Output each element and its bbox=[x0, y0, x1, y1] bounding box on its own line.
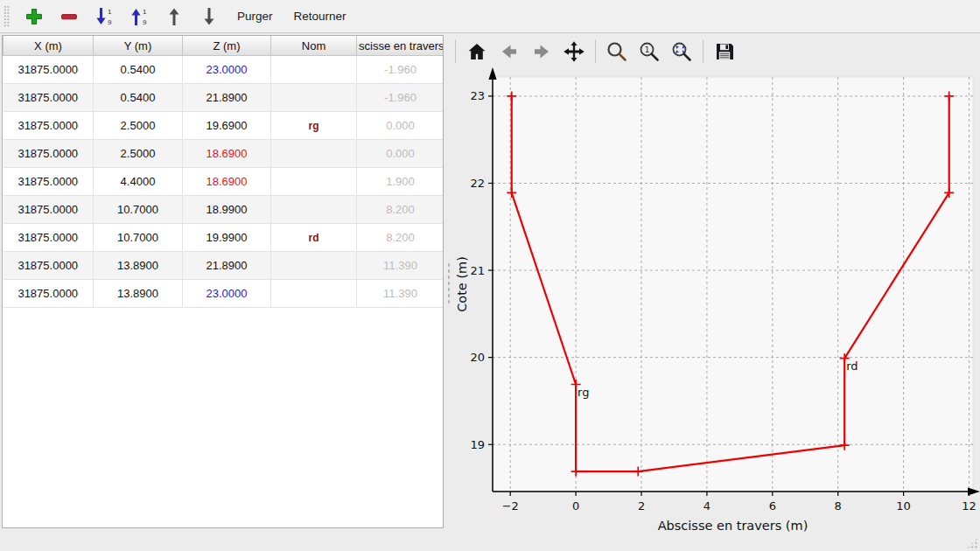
back-button[interactable] bbox=[498, 40, 521, 63]
flip-button[interactable]: Retourner bbox=[289, 5, 352, 27]
cell-abscisse: 0.000 bbox=[357, 140, 444, 168]
cell-abscisse: 8.200 bbox=[357, 224, 444, 252]
main-toolbar: 1 9 1 9 Purger Retourner bbox=[0, 0, 980, 33]
table-row: 31875.000010.700018.99008.200 bbox=[4, 196, 444, 224]
pan-button[interactable] bbox=[563, 40, 585, 63]
save-button[interactable] bbox=[713, 40, 736, 63]
cell-nom[interactable]: rd bbox=[271, 224, 357, 252]
cell-nom[interactable] bbox=[271, 280, 357, 308]
cell-z[interactable]: 19.9900 bbox=[183, 224, 271, 252]
cell-y[interactable]: 0.5400 bbox=[94, 56, 183, 84]
zoom-original-button[interactable]: 1 bbox=[638, 40, 661, 63]
move-up-button[interactable] bbox=[162, 4, 186, 29]
table-row: 31875.000013.890021.890011.390 bbox=[4, 252, 444, 280]
annotation-rd: rd bbox=[846, 359, 858, 373]
cell-nom[interactable] bbox=[271, 196, 357, 224]
sort-ascending-button[interactable]: 1 9 bbox=[127, 4, 151, 29]
cell-x[interactable]: 31875.0000 bbox=[4, 224, 94, 252]
cell-y[interactable]: 4.4000 bbox=[94, 168, 183, 196]
cell-z[interactable]: 23.0000 bbox=[183, 280, 271, 308]
cell-nom[interactable] bbox=[271, 252, 357, 280]
move-down-icon bbox=[200, 6, 218, 27]
cell-z[interactable]: 18.6900 bbox=[183, 140, 271, 168]
column-header-y[interactable]: Y (m) bbox=[94, 36, 183, 56]
sort-descending-icon: 1 9 bbox=[94, 6, 115, 27]
cell-x[interactable]: 31875.0000 bbox=[4, 140, 94, 168]
add-row-button[interactable] bbox=[22, 4, 46, 29]
cell-abscisse: 8.200 bbox=[357, 196, 444, 224]
svg-text:1: 1 bbox=[644, 45, 649, 54]
y-tick-label: 20 bbox=[470, 351, 485, 364]
cell-y[interactable]: 13.8900 bbox=[94, 252, 183, 280]
move-down-button[interactable] bbox=[197, 4, 221, 29]
x-tick-label: 6 bbox=[769, 499, 776, 513]
cell-y[interactable]: 10.7000 bbox=[94, 196, 183, 224]
cell-x[interactable]: 31875.0000 bbox=[4, 196, 94, 224]
x-tick-label: 10 bbox=[896, 499, 911, 513]
cell-x[interactable]: 31875.0000 bbox=[4, 280, 94, 308]
add-row-icon bbox=[24, 7, 44, 26]
zoom-fit-icon bbox=[670, 40, 693, 63]
cell-x[interactable]: 31875.0000 bbox=[4, 84, 94, 112]
home-button[interactable] bbox=[466, 40, 488, 63]
sort-descending-button[interactable]: 1 9 bbox=[92, 4, 116, 29]
forward-button[interactable] bbox=[530, 40, 553, 63]
chart-toolbar: 1 bbox=[454, 37, 980, 66]
zoom-fit-button[interactable] bbox=[670, 40, 693, 63]
cell-y[interactable]: 10.7000 bbox=[94, 224, 183, 252]
cell-nom[interactable] bbox=[271, 56, 357, 84]
app-window: 1 9 1 9 Purger Retourner bbox=[0, 0, 980, 551]
cell-x[interactable]: 31875.0000 bbox=[4, 112, 94, 140]
remove-row-button[interactable] bbox=[57, 4, 81, 29]
plot-area[interactable] bbox=[493, 77, 973, 492]
y-tick-label: 22 bbox=[470, 177, 485, 190]
cell-z[interactable]: 18.6900 bbox=[183, 168, 271, 196]
table-row: 31875.000013.890023.000011.390 bbox=[4, 280, 444, 308]
save-icon bbox=[714, 41, 735, 62]
toolbar-drag-handle[interactable] bbox=[4, 5, 10, 28]
cell-z[interactable]: 23.0000 bbox=[183, 56, 271, 84]
table-row: 31875.00002.500019.6900rg0.000 bbox=[4, 112, 444, 140]
y-axis-arrow bbox=[488, 67, 496, 80]
move-up-icon bbox=[165, 6, 183, 27]
cell-nom[interactable]: rg bbox=[271, 112, 357, 140]
x-tick-label: 4 bbox=[704, 499, 710, 513]
x-tick-label: 12 bbox=[962, 499, 976, 513]
table-row: 31875.00000.540021.8900-1.960 bbox=[4, 84, 444, 112]
cell-abscisse: -1.960 bbox=[357, 56, 444, 84]
sort-ascending-icon: 1 9 bbox=[129, 6, 150, 27]
cell-y[interactable]: 13.8900 bbox=[94, 280, 183, 308]
cell-z[interactable]: 21.8900 bbox=[183, 252, 271, 280]
table-row: 31875.000010.700019.9900rd8.200 bbox=[4, 224, 444, 252]
cross-section-chart[interactable]: −20246810121920212223Abscisse en travers… bbox=[454, 66, 980, 551]
column-header-x[interactable]: X (m) bbox=[4, 36, 94, 56]
panel-splitter[interactable] bbox=[444, 35, 454, 529]
cell-abscisse: -1.960 bbox=[357, 84, 444, 112]
cell-nom[interactable] bbox=[271, 84, 357, 112]
cell-y[interactable]: 0.5400 bbox=[94, 84, 183, 112]
cell-z[interactable]: 18.9900 bbox=[183, 196, 271, 224]
cell-x[interactable]: 31875.0000 bbox=[4, 56, 94, 84]
cell-y[interactable]: 2.5000 bbox=[94, 140, 183, 168]
x-axis-label: Abscisse en travers (m) bbox=[658, 519, 808, 533]
cell-z[interactable]: 21.8900 bbox=[183, 84, 271, 112]
cell-x[interactable]: 31875.0000 bbox=[4, 252, 94, 280]
cell-abscisse: 0.000 bbox=[357, 112, 444, 140]
column-header-abscisse[interactable]: scisse en travers bbox=[357, 36, 444, 56]
table-body: 31875.00000.540023.0000-1.96031875.00000… bbox=[4, 56, 444, 308]
cell-abscisse: 11.390 bbox=[357, 280, 444, 308]
cell-z[interactable]: 19.6900 bbox=[183, 112, 271, 140]
cell-abscisse: 11.390 bbox=[357, 252, 444, 280]
cell-nom[interactable] bbox=[271, 140, 357, 168]
remove-row-icon bbox=[60, 7, 79, 26]
column-header-z[interactable]: Z (m) bbox=[183, 36, 271, 56]
svg-text:9: 9 bbox=[108, 18, 112, 26]
cell-x[interactable]: 31875.0000 bbox=[4, 168, 94, 196]
forward-icon bbox=[531, 41, 552, 62]
cell-y[interactable]: 2.5000 bbox=[94, 112, 183, 140]
zoom-button[interactable] bbox=[606, 40, 628, 63]
purge-button[interactable]: Purger bbox=[232, 5, 278, 27]
cell-nom[interactable] bbox=[271, 168, 357, 196]
column-header-nom[interactable]: Nom bbox=[271, 36, 357, 56]
splitter-handle[interactable] bbox=[446, 261, 452, 306]
